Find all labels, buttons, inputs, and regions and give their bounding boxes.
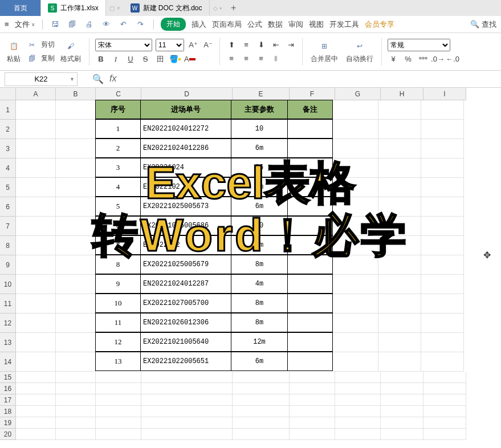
cell[interactable] <box>56 333 96 352</box>
tab-data[interactable]: 数据 <box>268 19 283 30</box>
row-header[interactable]: 7 <box>0 217 16 236</box>
cell[interactable] <box>421 333 464 352</box>
cell[interactable]: 6m <box>231 139 288 158</box>
cell[interactable] <box>335 429 381 440</box>
cell[interactable]: EX2022102 <box>140 177 231 197</box>
cell[interactable] <box>333 197 378 217</box>
row-header[interactable]: 12 <box>0 313 16 333</box>
cut-icon[interactable]: ✂ <box>26 39 38 51</box>
cell[interactable]: EN20221024012286 <box>140 139 231 158</box>
cell[interactable] <box>233 417 290 429</box>
preview-icon[interactable]: 👁 <box>101 19 112 30</box>
distribute-icon[interactable]: ⫴ <box>270 53 282 64</box>
cell[interactable] <box>290 406 335 417</box>
cell[interactable] <box>287 294 333 313</box>
tab-formula[interactable]: 公式 <box>247 19 262 30</box>
fill-color-button[interactable]: 🪣 <box>169 54 181 65</box>
cell[interactable] <box>378 139 421 158</box>
cell[interactable] <box>333 236 378 255</box>
align-center-icon[interactable]: ≡ <box>241 53 252 64</box>
cell[interactable] <box>335 383 381 394</box>
cell[interactable]: 备注 <box>287 100 333 119</box>
cell[interactable]: EX20221022005651 <box>140 352 231 371</box>
cell[interactable] <box>287 313 333 332</box>
cell[interactable]: 7 <box>95 235 141 255</box>
cell[interactable] <box>56 120 96 139</box>
cell[interactable] <box>56 294 96 313</box>
cell[interactable]: 11 <box>95 313 141 332</box>
format-painter-button[interactable]: 🖌 格式刷 <box>58 38 83 65</box>
cell[interactable]: 主要参数 <box>231 100 288 119</box>
cell[interactable] <box>287 158 333 177</box>
zoom-icon[interactable]: 🔍 <box>92 74 104 84</box>
cell[interactable] <box>233 383 290 394</box>
cell[interactable]: 序号 <box>95 100 141 119</box>
comma-icon[interactable]: ᵒᵒᵒ <box>417 54 429 65</box>
chevron-down-icon[interactable]: ▼ <box>70 76 75 82</box>
cell[interactable] <box>287 177 333 197</box>
cell[interactable] <box>56 429 96 440</box>
cell[interactable] <box>233 394 290 406</box>
cell[interactable] <box>333 178 378 197</box>
cell[interactable] <box>423 429 466 440</box>
row-header[interactable]: 5 <box>0 178 16 197</box>
cell[interactable] <box>333 313 378 333</box>
cell[interactable] <box>16 352 56 372</box>
cell[interactable] <box>141 429 233 440</box>
tab-vip[interactable]: 会员专享 <box>365 19 394 30</box>
cell[interactable]: 8m <box>231 313 288 332</box>
align-middle-icon[interactable]: ≡ <box>241 39 252 51</box>
cell[interactable]: EX20221025005686 <box>140 216 231 235</box>
cell[interactable] <box>378 313 421 333</box>
cell[interactable]: 5 <box>95 197 141 216</box>
tab-doc[interactable]: W 新建 DOC 文档.doc <box>124 0 210 16</box>
cell[interactable] <box>56 139 96 158</box>
cell[interactable] <box>16 394 56 406</box>
cell[interactable] <box>378 352 421 372</box>
hamburger-icon[interactable]: ≡ <box>5 20 9 28</box>
tab-layout[interactable]: 页面布局 <box>212 19 242 30</box>
cell[interactable]: 13 <box>95 352 141 371</box>
cell[interactable] <box>96 383 141 394</box>
cell[interactable] <box>287 216 333 235</box>
cell[interactable]: 8m <box>231 255 288 274</box>
cell[interactable] <box>141 383 233 394</box>
cell[interactable] <box>421 255 464 275</box>
row-header[interactable]: 11 <box>0 294 16 313</box>
cell[interactable] <box>421 352 464 372</box>
tab-view[interactable]: 视图 <box>309 19 324 30</box>
tab-workbook[interactable]: S 工作簿1.xlsx <box>41 0 106 16</box>
cell[interactable] <box>421 275 464 294</box>
cell[interactable]: 2 <box>95 139 141 158</box>
cell[interactable] <box>333 158 378 178</box>
merge-center-button[interactable]: ⊞ 合并居中 <box>308 38 340 65</box>
cell[interactable] <box>378 294 421 313</box>
cell[interactable]: EN20221024012272 <box>140 119 231 139</box>
cell[interactable] <box>16 383 56 394</box>
cell[interactable] <box>290 429 335 440</box>
cell[interactable] <box>333 255 378 275</box>
cell[interactable] <box>16 406 56 417</box>
cell[interactable] <box>421 236 464 255</box>
row-header[interactable]: 1 <box>0 100 16 120</box>
align-bottom-icon[interactable]: ⬇ <box>255 39 267 51</box>
cell[interactable] <box>287 235 333 255</box>
cell[interactable] <box>287 119 333 139</box>
decrease-decimal-icon[interactable]: ←.0 <box>447 54 458 65</box>
cell[interactable] <box>16 313 56 333</box>
cell[interactable]: 9 <box>95 274 141 294</box>
cell[interactable]: EX20221024 <box>140 158 231 177</box>
cell[interactable] <box>421 120 464 139</box>
cell[interactable]: 6m <box>231 235 288 255</box>
cell[interactable] <box>333 275 378 294</box>
cell[interactable]: 12 <box>95 332 141 352</box>
cell[interactable] <box>333 294 378 313</box>
cell[interactable] <box>287 255 333 274</box>
cell[interactable]: EX20221025005673 <box>140 197 231 216</box>
cell[interactable]: 12m <box>231 332 288 352</box>
cell[interactable] <box>16 158 56 178</box>
cell[interactable]: 6 <box>95 216 141 235</box>
cell[interactable] <box>333 352 378 372</box>
tab-review[interactable]: 审阅 <box>288 19 303 30</box>
undo-icon[interactable]: ↶ <box>118 19 129 30</box>
